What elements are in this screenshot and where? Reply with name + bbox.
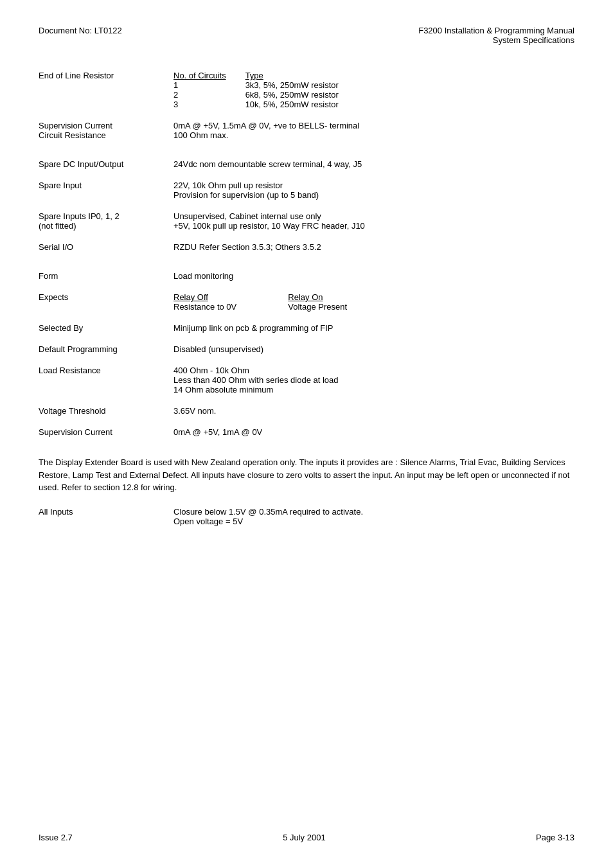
relay-off-header: Relay Off — [173, 292, 236, 302]
end-of-line-resistor-label: End of Line Resistor — [39, 71, 173, 80]
default-programming-value: Disabled (unsupervised) — [173, 344, 574, 354]
circuits-2: 2 — [173, 90, 245, 100]
all-inputs-line2: Open voltage = 5V — [173, 517, 574, 526]
page: Document No: LT0122 F3200 Installation &… — [0, 0, 613, 868]
relay-off-col: Relay Off Resistance to 0V — [173, 292, 236, 312]
form-value: Load monitoring — [173, 271, 574, 281]
expects-label: Expects — [39, 292, 173, 302]
col-type-header: Type — [245, 71, 263, 80]
relay-off-value: Resistance to 0V — [173, 302, 236, 312]
supervision-line1: 0mA @ +5V, 1.5mA @ 0V, +ve to BELLS- ter… — [173, 121, 574, 130]
end-of-line-resistor-row: End of Line Resistor No. of Circuits Typ… — [39, 71, 574, 109]
supervision-current-value: 0mA @ +5V, 1.5mA @ 0V, +ve to BELLS- ter… — [173, 121, 574, 140]
type-1: 3k3, 5%, 250mW resistor — [245, 80, 358, 90]
voltage-threshold-value: 3.65V nom. — [173, 406, 574, 416]
type-3: 10k, 5%, 250mW resistor — [245, 100, 358, 109]
title-line1: F3200 Installation & Programming Manual — [418, 26, 574, 35]
supervision-current-label: Supervision CurrentCircuit Resistance — [39, 121, 173, 140]
supervision-current-form-label: Supervision Current — [39, 427, 173, 437]
selected-by-value: Minijump link on pcb & programming of FI… — [173, 323, 574, 333]
load-resistance-label: Load Resistance — [39, 366, 173, 375]
end-of-line-resistor-value: No. of Circuits Type 1 3k3, 5%, 250mW re… — [173, 71, 574, 109]
document-number: Document No: LT0122 — [39, 26, 122, 35]
footer-issue: Issue 2.7 — [39, 833, 73, 842]
spare-input-label: Spare Input — [39, 181, 173, 190]
title-line2: System Specifications — [418, 35, 574, 45]
table-row: 1 3k3, 5%, 250mW resistor — [173, 80, 358, 90]
selected-by-label: Selected By — [39, 323, 173, 333]
spare-input-line1: 22V, 10k Ohm pull up resistor — [173, 181, 574, 190]
all-inputs-line1: Closure below 1.5V @ 0.35mA required to … — [173, 507, 574, 517]
spare-inputs-ip-row: Spare Inputs IP0, 1, 2(not fitted) Unsup… — [39, 211, 574, 231]
default-programming-row: Default Programming Disabled (unsupervis… — [39, 344, 574, 354]
circuits-3: 3 — [173, 100, 245, 109]
supervision-line2: 100 Ohm max. — [173, 130, 574, 140]
relay-on-value: Voltage Present — [288, 302, 347, 312]
supervision-current-row: Supervision CurrentCircuit Resistance 0m… — [39, 121, 574, 140]
supervision-current-form-value: 0mA @ +5V, 1mA @ 0V — [173, 427, 574, 437]
serial-io-value: RZDU Refer Section 3.5.3; Others 3.5.2 — [173, 242, 574, 252]
relay-table: Relay Off Resistance to 0V Relay On Volt… — [173, 292, 574, 312]
main-content: End of Line Resistor No. of Circuits Typ… — [39, 71, 574, 820]
description-paragraph: The Display Extender Board is used with … — [39, 456, 574, 494]
footer-page: Page 3-13 — [536, 833, 574, 842]
spare-dc-row: Spare DC Input/Output 24Vdc nom demounta… — [39, 159, 574, 169]
spare-inputs-line2: +5V, 100k pull up resistor, 10 Way FRC h… — [173, 221, 574, 231]
spare-inputs-line1: Unsupervised, Cabinet internal use only — [173, 211, 574, 221]
spare-inputs-ip-label: Spare Inputs IP0, 1, 2(not fitted) — [39, 211, 173, 231]
circuits-1: 1 — [173, 80, 245, 90]
page-header: Document No: LT0122 F3200 Installation &… — [39, 26, 574, 45]
supervision-current-form-row: Supervision Current 0mA @ +5V, 1mA @ 0V — [39, 427, 574, 437]
spare-input-row: Spare Input 22V, 10k Ohm pull up resisto… — [39, 181, 574, 200]
spare-dc-label: Spare DC Input/Output — [39, 159, 173, 169]
selected-by-row: Selected By Minijump link on pcb & progr… — [39, 323, 574, 333]
all-inputs-value: Closure below 1.5V @ 0.35mA required to … — [173, 507, 574, 526]
expects-value: Relay Off Resistance to 0V Relay On Volt… — [173, 292, 574, 312]
resistor-table: No. of Circuits Type 1 3k3, 5%, 250mW re… — [173, 71, 358, 109]
load-resistance-value: 400 Ohm - 10k Ohm Less than 400 Ohm with… — [173, 366, 574, 394]
relay-on-col: Relay On Voltage Present — [288, 292, 347, 312]
default-programming-label: Default Programming — [39, 344, 173, 354]
spare-inputs-ip-value: Unsupervised, Cabinet internal use only … — [173, 211, 574, 231]
document-title: F3200 Installation & Programming Manual … — [418, 26, 574, 45]
voltage-threshold-row: Voltage Threshold 3.65V nom. — [39, 406, 574, 416]
serial-io-label: Serial I/O — [39, 242, 173, 252]
serial-io-row: Serial I/O RZDU Refer Section 3.5.3; Oth… — [39, 242, 574, 252]
spare-input-value: 22V, 10k Ohm pull up resistor Provision … — [173, 181, 574, 200]
table-header-row: No. of Circuits Type — [173, 71, 358, 80]
all-inputs-row: All Inputs Closure below 1.5V @ 0.35mA r… — [39, 507, 574, 526]
page-footer: Issue 2.7 5 July 2001 Page 3-13 — [39, 820, 574, 842]
expects-row: Expects Relay Off Resistance to 0V Relay… — [39, 292, 574, 312]
table-row: 3 10k, 5%, 250mW resistor — [173, 100, 358, 109]
col-circuits-header: No. of Circuits — [173, 71, 226, 80]
footer-date: 5 July 2001 — [283, 833, 326, 842]
load-resistance-row: Load Resistance 400 Ohm - 10k Ohm Less t… — [39, 366, 574, 394]
relay-on-header: Relay On — [288, 292, 347, 302]
load-line2: Less than 400 Ohm with series diode at l… — [173, 375, 574, 385]
form-row: Form Load monitoring — [39, 271, 574, 281]
form-label: Form — [39, 271, 173, 281]
all-inputs-label: All Inputs — [39, 507, 173, 517]
spare-dc-value: 24Vdc nom demountable screw terminal, 4 … — [173, 159, 574, 169]
load-line3: 14 Ohm absolute minimum — [173, 385, 574, 394]
voltage-threshold-label: Voltage Threshold — [39, 406, 173, 416]
load-line1: 400 Ohm - 10k Ohm — [173, 366, 574, 375]
spare-input-line2: Provision for supervision (up to 5 band) — [173, 190, 574, 200]
table-row: 2 6k8, 5%, 250mW resistor — [173, 90, 358, 100]
type-2: 6k8, 5%, 250mW resistor — [245, 90, 358, 100]
